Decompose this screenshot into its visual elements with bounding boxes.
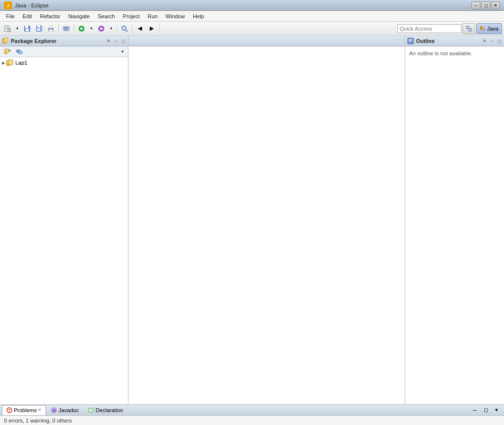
menu-refactor[interactable]: Refactor xyxy=(36,12,65,20)
run-dropdown[interactable]: ▾ xyxy=(88,23,95,34)
editor-header xyxy=(128,36,405,46)
run-button[interactable] xyxy=(76,23,87,34)
bottom-content: 0 errors, 1 warning, 0 others Descriptio… xyxy=(0,416,504,425)
package-explorer-minimize[interactable]: ─ xyxy=(114,38,119,44)
toolbar: ▾ ▾ ▾ ◀ ▶ J Java xyxy=(0,22,504,36)
svg-rect-8 xyxy=(25,26,28,28)
toolbar-separator-3 xyxy=(117,24,117,34)
menu-search[interactable]: Search xyxy=(94,12,119,20)
window-controls: ─ ◻ ✕ xyxy=(471,1,500,9)
javadoc-tab-icon: @ xyxy=(51,407,57,413)
package-explorer-content: ▶ Lap1 xyxy=(0,57,128,404)
package-explorer-menu[interactable]: ▾ xyxy=(119,46,126,57)
menu-run[interactable]: Run xyxy=(144,12,162,20)
outline-title: Outline xyxy=(416,38,480,44)
print-button[interactable] xyxy=(45,23,56,34)
tab-javadoc-label: Javadoc xyxy=(58,407,79,413)
link-with-editor-button[interactable] xyxy=(14,46,25,57)
svg-rect-34 xyxy=(6,49,8,53)
svg-point-25 xyxy=(122,26,126,30)
problems-summary: 0 errors, 1 warning, 0 others xyxy=(0,416,504,425)
svg-text:@: @ xyxy=(52,409,56,412)
svg-rect-41 xyxy=(8,60,13,65)
editor-content[interactable] xyxy=(128,46,405,404)
outline-icon xyxy=(407,38,414,44)
outline-header: Outline ✕ ─ ◻ xyxy=(405,36,504,46)
package-explorer-maximize[interactable]: ◻ xyxy=(121,38,126,44)
search-button[interactable] xyxy=(119,23,130,34)
save-button[interactable] xyxy=(22,23,33,34)
tab-javadoc[interactable]: @ Javadoc xyxy=(46,405,83,415)
title-bar: J Java - Eclipse ─ ◻ ✕ xyxy=(0,0,504,11)
declaration-tab-icon xyxy=(88,407,94,413)
main-area: Package Explorer ✕ ─ ◻ ▾ ▶ Lap1 xyxy=(0,36,504,404)
eclipse-icon: J xyxy=(4,1,12,9)
svg-rect-42 xyxy=(408,38,414,44)
outline-close[interactable]: ✕ xyxy=(482,38,488,44)
svg-line-26 xyxy=(126,30,127,32)
collapse-all-button[interactable] xyxy=(2,46,13,57)
toolbar-separator-1 xyxy=(58,24,59,34)
svg-rect-16 xyxy=(49,29,52,31)
save-all-button[interactable] xyxy=(34,23,44,34)
package-explorer-title: Package Explorer xyxy=(11,38,104,44)
menu-edit[interactable]: Edit xyxy=(19,12,36,20)
bottom-menu[interactable]: ▾ xyxy=(491,405,502,416)
tab-declaration-label: Declaration xyxy=(95,407,123,413)
outline-minimize[interactable]: ─ xyxy=(490,38,495,44)
menu-bar: File Edit Refactor Navigate Search Proje… xyxy=(0,11,504,22)
tab-problems-close[interactable]: ✕ xyxy=(38,408,42,412)
back-button[interactable]: ◀ xyxy=(134,23,145,34)
menu-project[interactable]: Project xyxy=(119,12,144,20)
quick-access-input[interactable] xyxy=(397,24,462,33)
minimize-button[interactable]: ─ xyxy=(471,1,480,9)
outline-message: An outline is not available. xyxy=(409,50,472,56)
forward-button[interactable]: ▶ xyxy=(146,23,157,34)
package-explorer-header: Package Explorer ✕ ─ ◻ xyxy=(0,36,128,46)
menu-window[interactable]: Window xyxy=(162,12,189,20)
svg-text:J: J xyxy=(483,27,485,31)
project-name: Lap1 xyxy=(15,60,27,66)
svg-rect-13 xyxy=(37,29,40,31)
svg-rect-32 xyxy=(4,38,8,42)
outline-maximize[interactable]: ◻ xyxy=(497,38,502,44)
tab-problems[interactable]: Problems ✕ xyxy=(2,405,46,415)
svg-rect-29 xyxy=(480,26,482,30)
menu-navigate[interactable]: Navigate xyxy=(64,12,93,20)
menu-file[interactable]: File xyxy=(2,12,19,20)
problems-summary-text: 0 errors, 1 warning, 0 others xyxy=(4,418,72,424)
java-perspective-label: Java xyxy=(487,26,499,32)
new-dropdown[interactable]: ▾ xyxy=(14,23,21,34)
bottom-maximize[interactable]: ◻ xyxy=(480,405,491,416)
bottom-minimize[interactable]: ─ xyxy=(469,405,480,416)
bottom-area: Problems ✕ @ Javadoc Declaration ─ ◻ ▾ 0… xyxy=(0,404,504,425)
svg-rect-38 xyxy=(18,51,22,54)
tab-problems-label: Problems xyxy=(14,407,37,413)
tree-expand-arrow[interactable]: ▶ xyxy=(2,61,5,65)
package-explorer-panel: Package Explorer ✕ ─ ◻ ▾ ▶ Lap1 xyxy=(0,36,128,404)
restore-perspective-button[interactable] xyxy=(462,23,475,34)
close-button[interactable]: ✕ xyxy=(491,1,500,9)
toolbar-separator-2 xyxy=(74,24,74,34)
editor-area xyxy=(128,36,405,404)
toolbar-separator-5 xyxy=(159,24,160,34)
menu-help[interactable]: Help xyxy=(189,12,208,20)
toolbar-separator-4 xyxy=(132,24,132,34)
restore-button[interactable]: ◻ xyxy=(481,1,490,9)
package-explorer-close[interactable]: ✕ xyxy=(106,38,112,44)
new-button[interactable] xyxy=(2,23,13,34)
outline-content: An outline is not available. xyxy=(405,46,504,404)
project-lap1[interactable]: ▶ Lap1 xyxy=(0,58,128,67)
svg-rect-15 xyxy=(49,26,52,28)
package-explorer-icon xyxy=(2,38,9,44)
package-explorer-toolbar: ▾ xyxy=(0,46,128,57)
debug-button[interactable] xyxy=(96,23,107,34)
java-perspective-button[interactable]: J Java xyxy=(476,23,502,34)
debug-dropdown[interactable]: ▾ xyxy=(108,23,115,34)
title-text: Java - Eclipse xyxy=(15,2,471,8)
properties-button[interactable] xyxy=(61,23,72,34)
outline-panel: Outline ✕ ─ ◻ An outline is not availabl… xyxy=(405,36,504,404)
svg-rect-9 xyxy=(26,29,29,31)
svg-rect-12 xyxy=(38,26,40,28)
tab-declaration[interactable]: Declaration xyxy=(84,405,127,415)
